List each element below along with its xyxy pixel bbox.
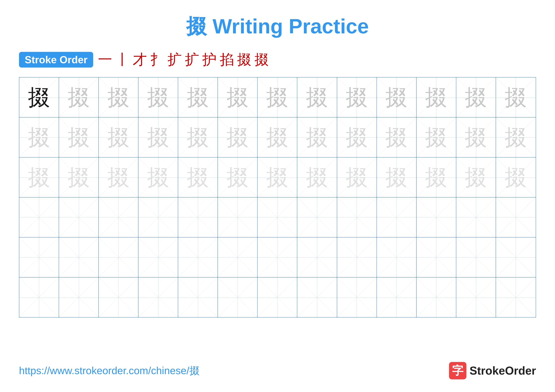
- grid-cell-4-6[interactable]: [218, 198, 258, 237]
- grid-cell-4-5[interactable]: [178, 198, 218, 237]
- grid-cell-6-8[interactable]: [297, 278, 337, 317]
- stroke-3: 才: [133, 50, 147, 69]
- grid-cell-3-3[interactable]: 掇: [99, 157, 139, 197]
- grid-cell-6-4[interactable]: [139, 278, 178, 317]
- grid-cell-1-2[interactable]: 掇: [59, 78, 99, 117]
- grid-cell-6-9[interactable]: [337, 278, 377, 317]
- grid-cell-5-8[interactable]: [297, 237, 337, 277]
- grid-row-3: 掇 掇 掇 掇 掇 掇 掇: [19, 157, 536, 198]
- grid-row-2: 掇 掇 掇 掇 掇 掇 掇: [19, 117, 536, 157]
- grid-cell-6-5[interactable]: [178, 278, 218, 317]
- grid-cell-1-10[interactable]: 掇: [377, 78, 416, 117]
- grid-cell-6-6[interactable]: [218, 278, 258, 317]
- grid-cell-4-4[interactable]: [139, 198, 178, 237]
- svg-line-120: [337, 237, 377, 277]
- grid-cell-2-2[interactable]: 掇: [59, 117, 99, 157]
- stroke-8: 掐: [220, 50, 234, 69]
- grid-cell-5-11[interactable]: [416, 237, 456, 277]
- grid-cell-3-11[interactable]: 掇: [416, 157, 456, 197]
- svg-line-148: [377, 278, 416, 317]
- grid-cell-2-12[interactable]: 掇: [456, 117, 496, 157]
- grid-cell-1-13[interactable]: 掇: [496, 78, 536, 117]
- grid-cell-5-6[interactable]: [218, 237, 258, 277]
- grid-cell-1-4[interactable]: 掇: [139, 78, 178, 117]
- grid-cell-3-7[interactable]: 掇: [258, 157, 297, 197]
- grid-cell-6-1[interactable]: [19, 278, 59, 317]
- grid-cell-3-2[interactable]: 掇: [59, 157, 99, 197]
- grid-cell-2-8[interactable]: 掇: [297, 117, 337, 157]
- logo-name: StrokeOrder: [470, 364, 536, 377]
- grid-cell-5-3[interactable]: [99, 237, 139, 277]
- svg-line-86: [178, 198, 218, 237]
- grid-cell-1-11[interactable]: 掇: [416, 78, 456, 117]
- svg-line-117: [258, 237, 297, 277]
- grid-cell-6-7[interactable]: [258, 278, 297, 317]
- grid-cell-1-8[interactable]: 掇: [297, 78, 337, 117]
- grid-cell-4-13[interactable]: [496, 198, 536, 237]
- grid-cell-6-2[interactable]: [59, 278, 99, 317]
- grid-cell-6-10[interactable]: [377, 278, 416, 317]
- svg-line-139: [178, 278, 218, 317]
- char-guide: 掇: [266, 86, 288, 108]
- grid-cell-1-9[interactable]: 掇: [337, 78, 377, 117]
- stroke-6: 扩: [185, 50, 199, 69]
- grid-cell-3-8[interactable]: 掇: [297, 157, 337, 197]
- grid-cell-5-9[interactable]: [337, 237, 377, 277]
- grid-cell-2-5[interactable]: 掇: [178, 117, 218, 157]
- grid-cell-2-6[interactable]: 掇: [218, 117, 258, 157]
- grid-cell-4-2[interactable]: [59, 198, 99, 237]
- grid-cell-4-1[interactable]: [19, 198, 59, 237]
- grid-cell-3-13[interactable]: 掇: [496, 157, 536, 197]
- grid-cell-4-12[interactable]: [456, 198, 496, 237]
- grid-cell-1-6[interactable]: 掇: [218, 78, 258, 117]
- grid-cell-4-7[interactable]: [258, 198, 297, 237]
- grid-cell-3-4[interactable]: 掇: [139, 157, 178, 197]
- grid-cell-2-7[interactable]: 掇: [258, 117, 297, 157]
- svg-line-80: [59, 198, 98, 237]
- grid-cell-5-12[interactable]: [456, 237, 496, 277]
- grid-cell-6-3[interactable]: [99, 278, 139, 317]
- grid-cell-2-13[interactable]: 掇: [496, 117, 536, 157]
- grid-cell-2-1[interactable]: 掇: [19, 117, 59, 157]
- grid-cell-6-12[interactable]: [456, 278, 496, 317]
- grid-cell-1-1[interactable]: 掇: [19, 78, 59, 117]
- grid-cell-4-10[interactable]: [377, 198, 416, 237]
- grid-cell-4-8[interactable]: [297, 198, 337, 237]
- grid-cell-1-5[interactable]: 掇: [178, 78, 218, 117]
- grid-cell-5-5[interactable]: [178, 237, 218, 277]
- grid-cell-5-7[interactable]: [258, 237, 297, 277]
- svg-line-116: [258, 237, 297, 277]
- grid-cell-3-12[interactable]: 掇: [456, 157, 496, 197]
- grid-cell-5-1[interactable]: [19, 237, 59, 277]
- svg-line-145: [297, 278, 337, 317]
- grid-cell-1-3[interactable]: 掇: [99, 78, 139, 117]
- svg-line-133: [59, 278, 98, 317]
- grid-cell-1-7[interactable]: 掇: [258, 78, 297, 117]
- grid-cell-6-11[interactable]: [416, 278, 456, 317]
- grid-cell-4-3[interactable]: [99, 198, 139, 237]
- grid-cell-3-5[interactable]: 掇: [178, 157, 218, 197]
- grid-cell-3-6[interactable]: 掇: [218, 157, 258, 197]
- grid-cell-3-1[interactable]: 掇: [19, 157, 59, 197]
- footer-url[interactable]: https://www.strokeorder.com/chinese/掇: [19, 364, 200, 378]
- svg-line-96: [377, 198, 416, 237]
- grid-cell-4-11[interactable]: [416, 198, 456, 237]
- svg-line-101: [456, 198, 496, 237]
- grid-cell-6-13[interactable]: [496, 278, 536, 317]
- grid-cell-4-9[interactable]: [337, 198, 377, 237]
- grid-cell-5-10[interactable]: [377, 237, 416, 277]
- grid-cell-5-13[interactable]: [496, 237, 536, 277]
- grid-cell-5-2[interactable]: [59, 237, 99, 277]
- svg-line-153: [456, 278, 496, 317]
- grid-cell-1-12[interactable]: 掇: [456, 78, 496, 117]
- grid-cell-2-3[interactable]: 掇: [99, 117, 139, 157]
- grid-cell-5-4[interactable]: [139, 237, 178, 277]
- grid-cell-2-10[interactable]: 掇: [377, 117, 416, 157]
- grid-cell-3-9[interactable]: 掇: [337, 157, 377, 197]
- grid-cell-2-11[interactable]: 掇: [416, 117, 456, 157]
- grid-cell-3-10[interactable]: 掇: [377, 157, 416, 197]
- char-guide: 掇: [306, 86, 328, 108]
- svg-line-105: [19, 237, 59, 277]
- grid-cell-2-9[interactable]: 掇: [337, 117, 377, 157]
- grid-cell-2-4[interactable]: 掇: [139, 117, 178, 157]
